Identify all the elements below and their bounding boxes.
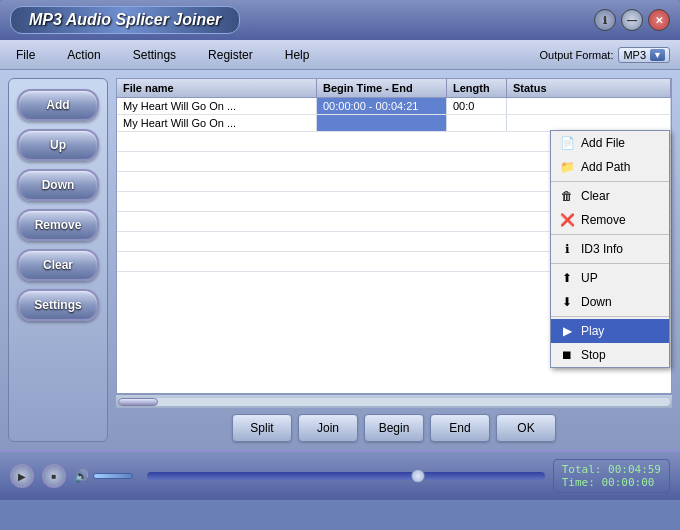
ctx-stop-icon: ⏹ [559,347,575,363]
scrollbar-thumb[interactable] [118,398,158,406]
output-format-select[interactable]: MP3 ▼ [618,47,670,63]
main-area: Add Up Down Remove Clear Settings File n… [0,70,680,450]
cell-beginend-1 [317,115,447,131]
ctx-stop[interactable]: ⏹ Stop [551,343,669,367]
total-time-line: Total: 00:04:59 [562,463,661,476]
ctx-add-path[interactable]: 📁 Add Path [551,155,669,179]
volume-bar[interactable] [93,473,133,479]
join-button[interactable]: Join [298,414,358,442]
ctx-remove-label: Remove [581,213,626,227]
col-header-status: Status [507,79,671,97]
playback-progress[interactable] [147,472,545,480]
add-button[interactable]: Add [17,89,99,121]
total-value: 00:04:59 [608,463,661,476]
cell-filename-0: My Heart Will Go On ... [117,98,317,114]
progress-area: 🔊 [74,469,545,483]
ctx-separator-2 [551,234,669,235]
ctx-separator [551,181,669,182]
cell-filename-1: My Heart Will Go On ... [117,115,317,131]
app-title: MP3 Audio Splicer Joiner [10,6,240,34]
ctx-down-icon: ⬇ [559,294,575,310]
output-format-label: Output Format: [539,49,613,61]
close-button[interactable]: ✕ [648,9,670,31]
menu-bar: File Action Settings Register Help Outpu… [0,40,680,70]
output-format-area: Output Format: MP3 ▼ [539,47,670,63]
progress-thumb [411,469,425,483]
info-button[interactable]: ℹ [594,9,616,31]
window-controls: ℹ — ✕ [594,9,670,31]
total-label: Total: [562,463,602,476]
clear-icon: 🗑 [559,188,575,204]
col-header-length: Length [447,79,507,97]
ctx-play-label: Play [581,324,604,338]
title-bar: MP3 Audio Splicer Joiner ℹ — ✕ [0,0,680,40]
add-file-icon: 📄 [559,135,575,151]
cell-status-0 [507,98,671,114]
menu-settings[interactable]: Settings [127,46,182,64]
minimize-button[interactable]: — [621,9,643,31]
up-button[interactable]: Up [17,129,99,161]
ok-button[interactable]: OK [496,414,556,442]
end-button[interactable]: End [430,414,490,442]
action-buttons: Split Join Begin End OK [116,408,672,442]
ctx-down[interactable]: ⬇ Down [551,290,669,314]
ctx-id3info-label: ID3 Info [581,242,623,256]
player-bar: ▶ ■ 🔊 Total: 00:04:59 Time: 00:00:00 [0,450,680,500]
time-label: Time: [562,476,595,489]
down-button[interactable]: Down [17,169,99,201]
table-header: File name Begin Time - End Length Status [117,79,671,98]
menu-action[interactable]: Action [61,46,106,64]
ctx-clear-label: Clear [581,189,610,203]
remove-button[interactable]: Remove [17,209,99,241]
time-info: Total: 00:04:59 Time: 00:00:00 [553,459,670,493]
time-value: 00:00:00 [601,476,654,489]
menu-file[interactable]: File [10,46,41,64]
col-header-filename: File name [117,79,317,97]
ctx-add-file[interactable]: 📄 Add File [551,131,669,155]
cell-length-0: 00:0 [447,98,507,114]
output-format-value: MP3 [623,49,646,61]
left-panel: Add Up Down Remove Clear Settings [8,78,108,442]
ctx-play-icon: ▶ [559,323,575,339]
dropdown-arrow-icon: ▼ [650,49,665,61]
ctx-stop-label: Stop [581,348,606,362]
ctx-id3info[interactable]: ℹ ID3 Info [551,237,669,261]
menu-register[interactable]: Register [202,46,259,64]
scrollbar-horizontal[interactable] [116,394,672,408]
split-button[interactable]: Split [232,414,292,442]
ctx-add-file-label: Add File [581,136,625,150]
ctx-add-path-label: Add Path [581,160,630,174]
stop-button[interactable]: ■ [42,464,66,488]
table-row[interactable]: My Heart Will Go On ... 00:00:00 - 00:04… [117,98,671,115]
ctx-play[interactable]: ▶ Play [551,319,669,343]
volume-icon: 🔊 [74,469,89,483]
clear-button[interactable]: Clear [17,249,99,281]
col-header-beginend: Begin Time - End [317,79,447,97]
remove-icon: ❌ [559,212,575,228]
menu-help[interactable]: Help [279,46,316,64]
scrollbar-track [118,398,670,406]
cell-beginend-0: 00:00:00 - 00:04:21 [317,98,447,114]
ctx-up[interactable]: ⬆ UP [551,266,669,290]
ctx-up-icon: ⬆ [559,270,575,286]
ctx-clear[interactable]: 🗑 Clear [551,184,669,208]
current-time-line: Time: 00:00:00 [562,476,661,489]
ctx-separator-3 [551,263,669,264]
ctx-separator-4 [551,316,669,317]
ctx-down-label: Down [581,295,612,309]
context-menu: 📄 Add File 📁 Add Path 🗑 Clear ❌ Remove ℹ… [550,130,670,368]
ctx-remove[interactable]: ❌ Remove [551,208,669,232]
cell-length-1 [447,115,507,131]
begin-button[interactable]: Begin [364,414,424,442]
ctx-up-label: UP [581,271,598,285]
play-button[interactable]: ▶ [10,464,34,488]
settings-button[interactable]: Settings [17,289,99,321]
cell-status-1 [507,115,671,131]
id3info-icon: ℹ [559,241,575,257]
add-path-icon: 📁 [559,159,575,175]
